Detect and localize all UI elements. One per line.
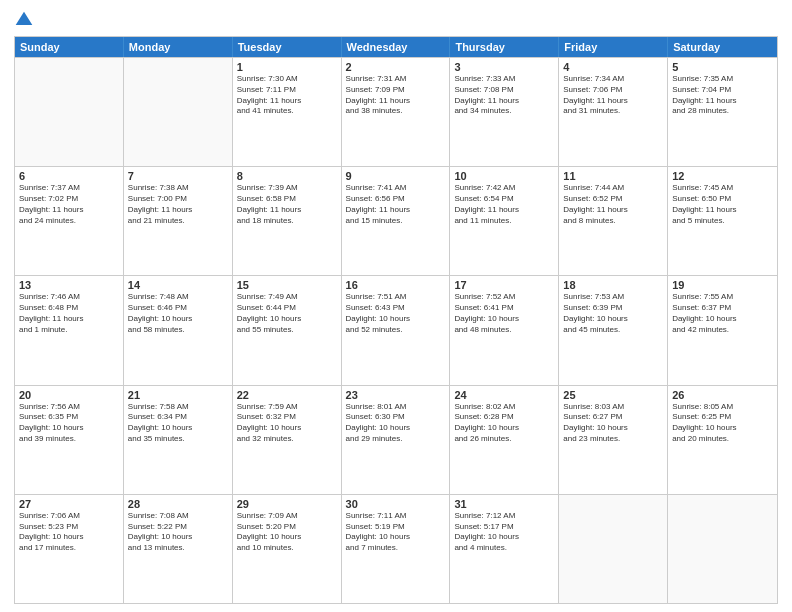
cal-cell-3-7: 19Sunrise: 7:55 AMSunset: 6:37 PMDayligh… [668, 276, 777, 384]
cal-cell-1-6: 4Sunrise: 7:34 AMSunset: 7:06 PMDaylight… [559, 58, 668, 166]
day-number: 27 [19, 498, 119, 510]
logo [14, 10, 36, 30]
cal-cell-1-5: 3Sunrise: 7:33 AMSunset: 7:08 PMDaylight… [450, 58, 559, 166]
weekday-header-wednesday: Wednesday [342, 37, 451, 57]
day-number: 11 [563, 170, 663, 182]
cal-cell-2-1: 6Sunrise: 7:37 AMSunset: 7:02 PMDaylight… [15, 167, 124, 275]
day-number: 21 [128, 389, 228, 401]
cal-cell-1-7: 5Sunrise: 7:35 AMSunset: 7:04 PMDaylight… [668, 58, 777, 166]
cal-cell-4-1: 20Sunrise: 7:56 AMSunset: 6:35 PMDayligh… [15, 386, 124, 494]
day-info: Sunrise: 7:12 AMSunset: 5:17 PMDaylight:… [454, 511, 554, 554]
logo-icon [14, 10, 34, 30]
cal-cell-2-2: 7Sunrise: 7:38 AMSunset: 7:00 PMDaylight… [124, 167, 233, 275]
calendar: SundayMondayTuesdayWednesdayThursdayFrid… [14, 36, 778, 604]
day-info: Sunrise: 7:38 AMSunset: 7:00 PMDaylight:… [128, 183, 228, 226]
cal-cell-4-2: 21Sunrise: 7:58 AMSunset: 6:34 PMDayligh… [124, 386, 233, 494]
day-info: Sunrise: 7:49 AMSunset: 6:44 PMDaylight:… [237, 292, 337, 335]
day-info: Sunrise: 7:31 AMSunset: 7:09 PMDaylight:… [346, 74, 446, 117]
week-row-4: 20Sunrise: 7:56 AMSunset: 6:35 PMDayligh… [15, 385, 777, 494]
cal-cell-1-3: 1Sunrise: 7:30 AMSunset: 7:11 PMDaylight… [233, 58, 342, 166]
cal-cell-3-1: 13Sunrise: 7:46 AMSunset: 6:48 PMDayligh… [15, 276, 124, 384]
cal-cell-5-6 [559, 495, 668, 603]
cal-cell-3-5: 17Sunrise: 7:52 AMSunset: 6:41 PMDayligh… [450, 276, 559, 384]
page: SundayMondayTuesdayWednesdayThursdayFrid… [0, 0, 792, 612]
cal-cell-2-6: 11Sunrise: 7:44 AMSunset: 6:52 PMDayligh… [559, 167, 668, 275]
day-number: 3 [454, 61, 554, 73]
cal-cell-3-4: 16Sunrise: 7:51 AMSunset: 6:43 PMDayligh… [342, 276, 451, 384]
weekday-header-sunday: Sunday [15, 37, 124, 57]
day-number: 14 [128, 279, 228, 291]
day-info: Sunrise: 7:30 AMSunset: 7:11 PMDaylight:… [237, 74, 337, 117]
day-number: 31 [454, 498, 554, 510]
day-number: 28 [128, 498, 228, 510]
day-info: Sunrise: 7:59 AMSunset: 6:32 PMDaylight:… [237, 402, 337, 445]
cal-cell-5-3: 29Sunrise: 7:09 AMSunset: 5:20 PMDayligh… [233, 495, 342, 603]
cal-cell-5-2: 28Sunrise: 7:08 AMSunset: 5:22 PMDayligh… [124, 495, 233, 603]
weekday-header-thursday: Thursday [450, 37, 559, 57]
day-number: 15 [237, 279, 337, 291]
day-number: 4 [563, 61, 663, 73]
day-number: 1 [237, 61, 337, 73]
cal-cell-3-3: 15Sunrise: 7:49 AMSunset: 6:44 PMDayligh… [233, 276, 342, 384]
day-number: 8 [237, 170, 337, 182]
day-info: Sunrise: 7:06 AMSunset: 5:23 PMDaylight:… [19, 511, 119, 554]
cal-cell-5-5: 31Sunrise: 7:12 AMSunset: 5:17 PMDayligh… [450, 495, 559, 603]
day-number: 24 [454, 389, 554, 401]
calendar-header: SundayMondayTuesdayWednesdayThursdayFrid… [15, 37, 777, 57]
calendar-body: 1Sunrise: 7:30 AMSunset: 7:11 PMDaylight… [15, 57, 777, 603]
day-number: 9 [346, 170, 446, 182]
day-number: 19 [672, 279, 773, 291]
cal-cell-1-1 [15, 58, 124, 166]
day-number: 2 [346, 61, 446, 73]
cal-cell-4-3: 22Sunrise: 7:59 AMSunset: 6:32 PMDayligh… [233, 386, 342, 494]
day-number: 12 [672, 170, 773, 182]
day-number: 26 [672, 389, 773, 401]
weekday-header-friday: Friday [559, 37, 668, 57]
cal-cell-2-3: 8Sunrise: 7:39 AMSunset: 6:58 PMDaylight… [233, 167, 342, 275]
day-info: Sunrise: 7:51 AMSunset: 6:43 PMDaylight:… [346, 292, 446, 335]
day-info: Sunrise: 7:46 AMSunset: 6:48 PMDaylight:… [19, 292, 119, 335]
cal-cell-5-4: 30Sunrise: 7:11 AMSunset: 5:19 PMDayligh… [342, 495, 451, 603]
week-row-5: 27Sunrise: 7:06 AMSunset: 5:23 PMDayligh… [15, 494, 777, 603]
day-number: 20 [19, 389, 119, 401]
cal-cell-3-2: 14Sunrise: 7:48 AMSunset: 6:46 PMDayligh… [124, 276, 233, 384]
week-row-1: 1Sunrise: 7:30 AMSunset: 7:11 PMDaylight… [15, 57, 777, 166]
day-info: Sunrise: 8:03 AMSunset: 6:27 PMDaylight:… [563, 402, 663, 445]
day-info: Sunrise: 7:35 AMSunset: 7:04 PMDaylight:… [672, 74, 773, 117]
cal-cell-4-5: 24Sunrise: 8:02 AMSunset: 6:28 PMDayligh… [450, 386, 559, 494]
day-info: Sunrise: 7:09 AMSunset: 5:20 PMDaylight:… [237, 511, 337, 554]
week-row-3: 13Sunrise: 7:46 AMSunset: 6:48 PMDayligh… [15, 275, 777, 384]
day-number: 18 [563, 279, 663, 291]
day-number: 22 [237, 389, 337, 401]
day-info: Sunrise: 8:05 AMSunset: 6:25 PMDaylight:… [672, 402, 773, 445]
day-info: Sunrise: 7:11 AMSunset: 5:19 PMDaylight:… [346, 511, 446, 554]
day-info: Sunrise: 7:34 AMSunset: 7:06 PMDaylight:… [563, 74, 663, 117]
cal-cell-3-6: 18Sunrise: 7:53 AMSunset: 6:39 PMDayligh… [559, 276, 668, 384]
day-info: Sunrise: 7:56 AMSunset: 6:35 PMDaylight:… [19, 402, 119, 445]
day-info: Sunrise: 8:02 AMSunset: 6:28 PMDaylight:… [454, 402, 554, 445]
day-number: 5 [672, 61, 773, 73]
svg-marker-0 [16, 12, 33, 25]
day-info: Sunrise: 7:53 AMSunset: 6:39 PMDaylight:… [563, 292, 663, 335]
cal-cell-5-7 [668, 495, 777, 603]
cal-cell-4-6: 25Sunrise: 8:03 AMSunset: 6:27 PMDayligh… [559, 386, 668, 494]
day-number: 29 [237, 498, 337, 510]
day-number: 30 [346, 498, 446, 510]
day-number: 7 [128, 170, 228, 182]
day-info: Sunrise: 7:52 AMSunset: 6:41 PMDaylight:… [454, 292, 554, 335]
day-info: Sunrise: 7:45 AMSunset: 6:50 PMDaylight:… [672, 183, 773, 226]
day-number: 10 [454, 170, 554, 182]
day-info: Sunrise: 7:58 AMSunset: 6:34 PMDaylight:… [128, 402, 228, 445]
cal-cell-5-1: 27Sunrise: 7:06 AMSunset: 5:23 PMDayligh… [15, 495, 124, 603]
weekday-header-monday: Monday [124, 37, 233, 57]
header [14, 10, 778, 30]
cal-cell-2-4: 9Sunrise: 7:41 AMSunset: 6:56 PMDaylight… [342, 167, 451, 275]
weekday-header-tuesday: Tuesday [233, 37, 342, 57]
day-info: Sunrise: 7:33 AMSunset: 7:08 PMDaylight:… [454, 74, 554, 117]
week-row-2: 6Sunrise: 7:37 AMSunset: 7:02 PMDaylight… [15, 166, 777, 275]
day-number: 25 [563, 389, 663, 401]
cal-cell-1-4: 2Sunrise: 7:31 AMSunset: 7:09 PMDaylight… [342, 58, 451, 166]
day-number: 13 [19, 279, 119, 291]
day-info: Sunrise: 7:48 AMSunset: 6:46 PMDaylight:… [128, 292, 228, 335]
day-info: Sunrise: 7:08 AMSunset: 5:22 PMDaylight:… [128, 511, 228, 554]
